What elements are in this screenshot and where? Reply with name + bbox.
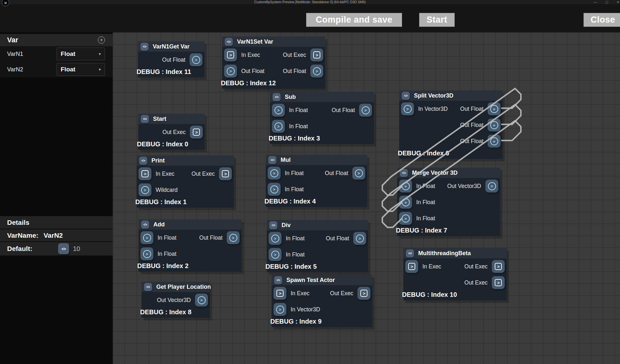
pin-out-float[interactable]: » [488,135,501,148]
sidebar: Var + VarN1Float▾VarN2Float▾ Details Var… [0,32,113,364]
node-header[interactable]: <>VarN1Set Var [222,36,325,47]
node-add[interactable]: <>Add>In FloatOut Float>>In FloatDEBUG :… [139,219,242,272]
node-header[interactable]: <>Div [267,220,368,230]
pin-out-float[interactable]: > [352,167,365,180]
close-button[interactable]: Close [584,13,620,27]
data-pin-icon: > [313,67,321,75]
node-varn1get-var[interactable]: <>VarN1Get VarOut Float>DEBUG : Index 11 [138,41,204,78]
node-split-vector3d[interactable]: <>Split Vector3D>In Vector3DOut Float»Ou… [399,90,502,159]
pin-in-float[interactable]: > [269,248,282,261]
pin-out-float[interactable]: » [488,119,501,131]
pin-in-float[interactable]: > [140,247,153,260]
pin-in-float[interactable]: » [399,196,412,209]
node-header[interactable]: <>Merge Vector 3D [397,168,500,178]
pin-in-vector3d[interactable]: > [274,303,286,316]
pin-out-exec[interactable]: > [492,276,505,289]
pin-out-exec[interactable]: > [357,287,370,300]
pin-row: >In ExecOut Exec> [272,285,372,301]
variable-name: VarN2 [7,66,23,73]
node-title: Merge Vector 3D [412,170,458,176]
pin-out-float[interactable]: > [224,65,237,78]
pin-label: Wildcard [156,187,178,193]
node-header[interactable]: <>Get Player Location [141,282,210,292]
maximize-icon[interactable]: ▢ [605,0,608,4]
details-title: Details [7,219,29,226]
pin-out-float[interactable]: » [488,102,501,115]
varname-label: VarName: [7,232,44,239]
pin-in-exec[interactable]: > [139,167,151,180]
compile-and-save-button[interactable]: Compile and save [306,13,402,27]
pin-in-exec[interactable]: > [224,48,237,61]
pin-out-exec[interactable]: > [310,48,323,61]
node-title: Split Vector3D [414,92,453,99]
code-icon: <> [402,92,410,100]
node-header[interactable]: <>VarN1Get Var [138,41,204,52]
pin-label: Out Exec [191,171,215,177]
code-icon: <> [400,169,408,177]
minimize-icon[interactable]: — [594,0,597,4]
node-merge-vector-3d[interactable]: <>Merge Vector 3D»In FloatOut Vector3D>»… [397,168,500,236]
node-header[interactable]: <>Split Vector3D [399,90,502,101]
start-button[interactable]: Start [419,13,455,27]
pin-label: Out Float [283,68,306,75]
pin-label: In Float [158,234,176,241]
pin-label: In Vector3D [291,306,320,313]
node-title: Add [153,221,165,228]
pin-in-float[interactable]: > [269,232,282,245]
pin-label: Out Vector3D [157,297,191,304]
node-sub[interactable]: <>Sub>In FloatOut Float>>In FloatDEBUG :… [270,92,374,144]
pin-out-exec[interactable]: > [190,126,203,139]
node-header[interactable]: <>Mul [266,155,367,165]
pin-wildcard[interactable]: > [139,183,151,196]
window-title: CustomBpSystem Preview [NetMode: Standal… [0,0,620,4]
pin-in-float[interactable]: > [268,183,281,196]
node-header[interactable]: <>Add [139,219,242,230]
code-icon: <> [140,43,149,51]
node-div[interactable]: <>Div>In FloatOut Float>>In FloatDEBUG :… [267,220,368,272]
var-type-dropdown-varn2[interactable]: Float▾ [57,63,105,76]
pin-out-vector3d[interactable]: > [195,294,208,307]
pin-in-float[interactable]: > [272,120,285,133]
node-multithreadingbeta[interactable]: <>MultithreadingBeta>In ExecOut Exec>Out… [403,248,507,300]
node-header[interactable]: <>MultithreadingBeta [403,248,507,258]
pin-out-exec[interactable]: > [219,167,232,180]
pin-in-float[interactable]: » [399,180,412,192]
pin-row: >In Float [266,181,367,197]
pin-in-float[interactable]: » [399,212,412,225]
node-start[interactable]: <>StartOut Exec>DEBUG : Index 0 [138,114,205,150]
pin-out-exec[interactable]: > [492,260,505,273]
node-print[interactable]: <>Print>In ExecOut Exec>>WildcardDEBUG :… [137,155,234,208]
pin-label: Out Float [162,57,185,63]
pin-in-float[interactable]: > [272,104,285,117]
pin-in-exec[interactable]: > [274,287,286,300]
pin-out-float[interactable]: > [353,232,366,245]
pin-in-vector3d[interactable]: > [401,102,414,115]
pin-out-vector3d[interactable]: > [485,180,498,192]
node-mul[interactable]: <>Mul>In FloatOut Float>>In FloatDEBUG :… [266,155,367,207]
pin-in-float[interactable]: > [140,231,153,244]
node-header[interactable]: <>Sub [270,92,374,102]
pin-out-float[interactable]: > [227,231,240,244]
node-get-player-location[interactable]: <>Get Player LocationOut Vector3D>DEBUG … [141,282,210,318]
pin-out-float[interactable]: > [359,104,372,117]
node-varn1set-var[interactable]: <>VarN1Set Var>In ExecOut Exec>>Out Floa… [222,36,325,89]
close-window-icon[interactable]: ✕ [617,0,619,4]
node-header[interactable]: <>Spawn Test Actor [272,275,372,285]
pin-in-float[interactable]: > [268,167,281,180]
node-header[interactable]: <>Print [137,155,234,166]
node-spawn-test-actor[interactable]: <>Spawn Test Actor>In ExecOut Exec>>In V… [272,275,372,327]
pin-out-float[interactable]: > [190,53,202,66]
pin-label: In Exec [422,263,441,270]
pin-out-float[interactable]: > [310,65,323,78]
data-pin-icon: > [355,169,363,177]
exec-pin-icon: > [141,170,149,177]
pin-in-exec[interactable]: > [405,260,418,273]
add-variable-button[interactable]: + [98,36,105,44]
pin-label: Out Float [460,106,483,112]
node-header[interactable]: <>Start [138,114,205,124]
default-value[interactable]: 10 [73,245,80,253]
chevron-down-icon: ▾ [99,67,101,72]
pin-label: Out Float [460,122,483,129]
var-type-dropdown-varn1[interactable]: Float▾ [57,47,105,60]
node-title: Sub [285,94,296,100]
